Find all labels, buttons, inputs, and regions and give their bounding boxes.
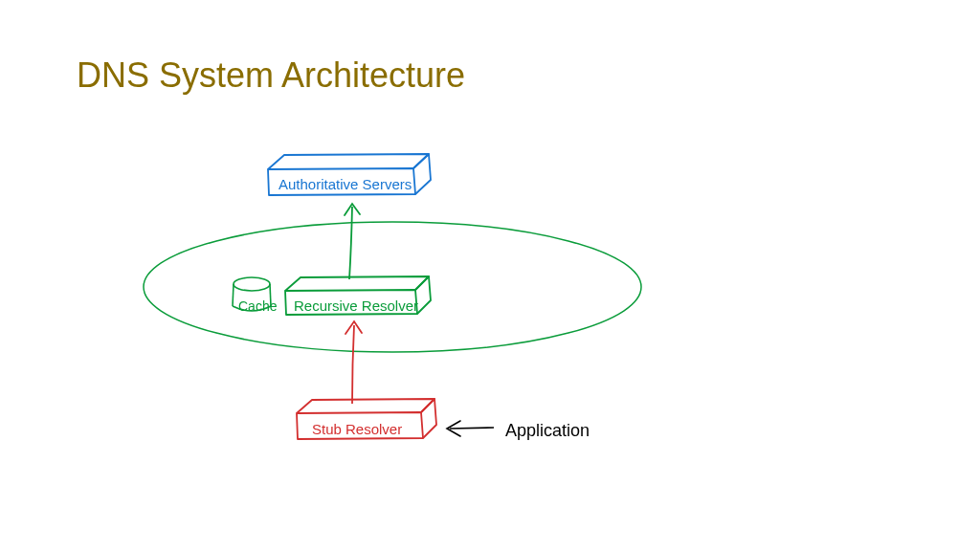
application-label: Application: [505, 421, 590, 441]
authoritative-servers-label: Authoritative Servers: [278, 176, 412, 192]
cache-label: Cache: [238, 298, 277, 314]
slide-title: DNS System Architecture: [77, 55, 465, 96]
svg-point-1: [234, 277, 270, 291]
recursive-resolver-label: Recursive Resolver: [294, 298, 418, 314]
stub-resolver-label: Stub Resolver: [312, 421, 402, 437]
svg-point-0: [144, 222, 641, 352]
